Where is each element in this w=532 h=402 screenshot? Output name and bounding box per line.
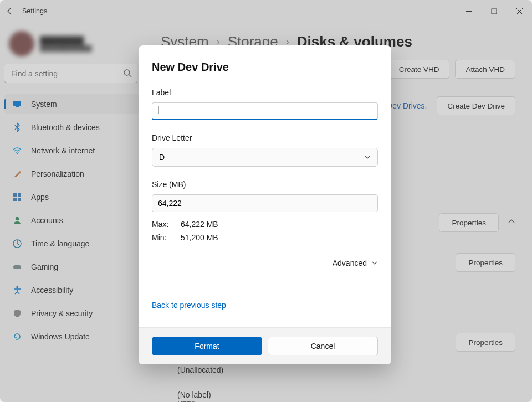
max-value: 64,222 MB [181, 220, 378, 229]
min-label: Min: [152, 233, 181, 242]
chevron-down-icon [364, 154, 371, 161]
label-input[interactable] [152, 102, 378, 120]
drive-letter-value: D [159, 153, 165, 162]
cancel-button[interactable]: Cancel [268, 337, 378, 355]
advanced-label: Advanced [332, 259, 367, 267]
max-label: Max: [152, 220, 181, 229]
chevron-down-icon [371, 260, 378, 266]
min-value: 51,200 MB [181, 233, 378, 242]
size-label: Size (MB) [152, 180, 378, 189]
dialog-title: New Dev Drive [152, 61, 378, 74]
format-button[interactable]: Format [152, 337, 262, 355]
new-dev-drive-dialog: New Dev Drive Label | Drive Letter D Siz… [139, 45, 391, 364]
size-input[interactable] [152, 194, 378, 212]
label-field-label: Label [152, 88, 378, 97]
drive-letter-select[interactable]: D [152, 148, 378, 167]
back-to-previous-link[interactable]: Back to previous step [152, 301, 226, 310]
advanced-toggle[interactable]: Advanced [152, 259, 378, 267]
drive-letter-label: Drive Letter [152, 133, 378, 142]
